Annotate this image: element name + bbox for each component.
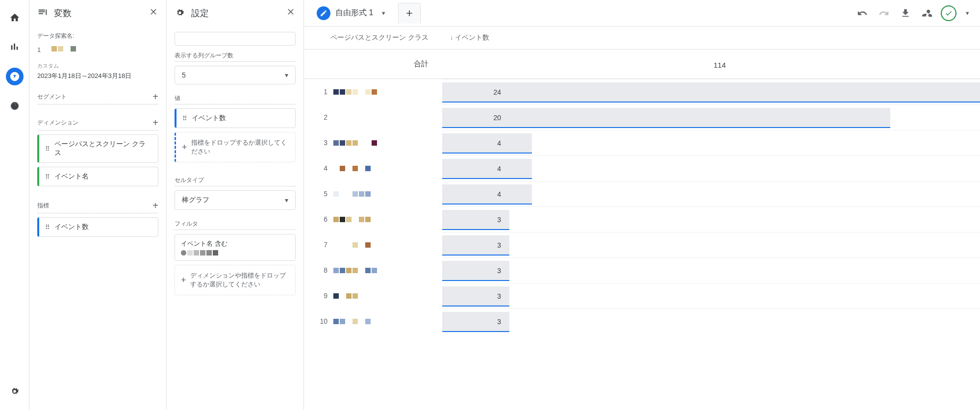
share-button[interactable] (918, 4, 936, 22)
close-variables-button[interactable] (149, 7, 158, 20)
row-dimension (333, 191, 442, 197)
row-value: 4 (442, 190, 511, 198)
row-rank: 1 (304, 88, 333, 96)
filter-dropzone[interactable]: + ディメンションや指標をドロップするか選択してください (175, 265, 296, 295)
nav-explore[interactable] (6, 68, 24, 85)
dimension-chip-event-name[interactable]: ⠿ イベント名 (37, 167, 158, 186)
nav-reports[interactable] (6, 38, 24, 56)
add-dimension-button[interactable]: + (152, 117, 158, 128)
dimensions-label: ディメンション (37, 119, 78, 127)
row-bar: 4 (442, 130, 980, 155)
drag-handle-icon: ⠿ (182, 115, 187, 122)
row-dimension (333, 242, 442, 248)
table-row[interactable]: 3 4 (304, 130, 980, 155)
row-rank: 10 (304, 317, 333, 325)
nav-home[interactable] (6, 9, 24, 26)
nav-admin[interactable] (6, 383, 24, 400)
settings-title: 設定 (191, 7, 280, 19)
row-value: 4 (442, 165, 511, 173)
sort-arrow-icon: ↓ (450, 34, 453, 41)
row-bar: 4 (442, 181, 980, 206)
undo-button[interactable] (854, 4, 871, 22)
row-rank: 3 (304, 139, 333, 147)
values-dropzone[interactable]: + 指標をドロップするか選択してください (175, 132, 296, 162)
column-header-dimension[interactable]: ページパスとスクリーン クラス (304, 26, 442, 49)
plus-icon: + (182, 142, 187, 153)
row-bar: 3 (442, 232, 980, 257)
column-header-metric[interactable]: ↓ イベント数 (442, 26, 980, 49)
filter-chip[interactable]: イベント名 含む (175, 234, 296, 261)
plus-icon: + (181, 275, 186, 285)
date-range-picker[interactable]: カスタム 2023年1月18日～2024年3月18日 (29, 58, 166, 86)
add-segment-button[interactable]: + (152, 91, 158, 102)
row-value: 3 (442, 292, 511, 300)
cell-type-select[interactable]: 棒グラフ ▾ (175, 190, 296, 210)
segments-label: セグメント (37, 93, 67, 101)
values-label: 値 (175, 94, 296, 104)
total-value: 114 (442, 59, 980, 69)
drag-handle-icon: ⠿ (45, 173, 50, 180)
row-rank: 7 (304, 241, 333, 249)
metric-chip-event-count[interactable]: ⠿ イベント数 (37, 217, 158, 237)
drag-handle-icon: ⠿ (45, 145, 50, 153)
chevron-down-icon: ▾ (285, 71, 288, 79)
add-tab-button[interactable] (398, 3, 421, 24)
redo-button[interactable] (875, 4, 893, 22)
row-rank: 8 (304, 266, 333, 274)
row-rank: 9 (304, 292, 333, 300)
row-rank: 4 (304, 164, 333, 172)
table-row[interactable]: 2 20 (304, 104, 980, 130)
table-row[interactable]: 6 3 (304, 206, 980, 232)
tab-dropdown-icon[interactable]: ▾ (382, 9, 385, 17)
table-row[interactable]: 5 4 (304, 181, 980, 206)
tab-freeform-1[interactable]: 自由形式 1 ▾ (308, 0, 394, 26)
table-row[interactable]: 10 3 (304, 308, 980, 334)
table-row[interactable]: 1 24 (304, 79, 980, 104)
row-bar: 3 (442, 257, 980, 283)
table-row[interactable]: 4 4 (304, 155, 980, 181)
drag-handle-icon: ⠿ (45, 224, 50, 231)
row-dimension (333, 166, 442, 171)
close-settings-button[interactable] (286, 7, 296, 20)
row-bar: 3 (442, 308, 980, 334)
settings-icon (175, 7, 185, 20)
chevron-down-icon: ▾ (285, 196, 288, 204)
row-rank: 2 (304, 113, 333, 121)
nav-advertising[interactable] (6, 97, 24, 115)
row-bar: 24 (442, 79, 980, 104)
row-dimension (333, 140, 442, 146)
filter-label: フィルタ (175, 220, 296, 230)
table-row[interactable]: 9 3 (304, 283, 980, 308)
row-value: 3 (442, 267, 511, 275)
status-dropdown[interactable]: ▾ (958, 4, 976, 22)
row-bar: 20 (442, 104, 980, 130)
row-dimension (333, 89, 442, 95)
row-dimension (333, 293, 442, 299)
table-row[interactable]: 7 3 (304, 232, 980, 257)
exploration-name-label: データ探索名: (37, 32, 158, 40)
row-dimension (333, 217, 442, 222)
row-value: 3 (442, 216, 511, 224)
exploration-name-value[interactable]: 1 (37, 46, 76, 53)
row-dimension (333, 319, 442, 324)
status-indicator[interactable] (940, 4, 957, 22)
metrics-label: 指標 (37, 202, 49, 210)
table-row[interactable]: 8 3 (304, 257, 980, 283)
row-value: 3 (442, 318, 511, 326)
download-button[interactable] (897, 4, 914, 22)
value-chip-event-count[interactable]: ⠿ イベント数 (175, 108, 296, 128)
edit-icon (317, 6, 330, 20)
add-metric-button[interactable]: + (152, 200, 158, 211)
column-groups-select[interactable]: 5 ▾ (175, 66, 296, 84)
row-value: 24 (442, 88, 511, 96)
cell-type-label: セルタイプ (175, 176, 296, 186)
row-value: 3 (442, 241, 511, 249)
row-rank: 5 (304, 190, 333, 198)
row-value: 4 (442, 139, 511, 147)
column-groups-label: 表示する列グループ数 (175, 51, 296, 62)
row-bar: 3 (442, 283, 980, 308)
row-bar: 3 (442, 206, 980, 232)
variables-icon (37, 7, 48, 20)
settings-top-field[interactable] (175, 32, 296, 46)
dimension-chip-page-path[interactable]: ⠿ ページパスとスクリーン クラス (37, 134, 158, 163)
